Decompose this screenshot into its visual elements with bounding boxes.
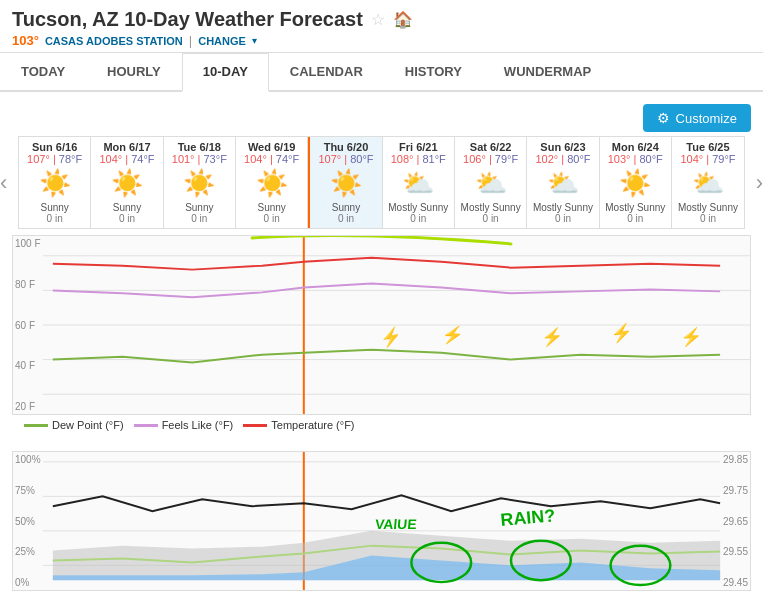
legend-item: Temperature (°F) (243, 419, 354, 431)
day-label: Sat 6/22 (457, 141, 524, 153)
change-link[interactable]: CHANGE (198, 35, 246, 47)
day-description: Mostly Sunny (385, 202, 452, 213)
day-precip: 0 in (529, 213, 596, 224)
day-precip: 0 in (602, 213, 669, 224)
svg-text:⚡: ⚡ (541, 326, 564, 348)
day-precip: 0 in (674, 213, 742, 224)
forecast-day[interactable]: Mon 6/17104° | 74°F☀️Sunny0 in (91, 137, 163, 228)
forecast-day[interactable]: Thu 6/20107° | 80°F☀️Sunny0 in (308, 137, 382, 228)
day-temps: 102° | 80°F (529, 153, 596, 165)
forecast-day[interactable]: Sun 6/23102° | 80°F⛅Mostly Sunny0 in (527, 137, 599, 228)
favorite-icon[interactable]: ☆ (371, 10, 385, 29)
station-link[interactable]: CASAS ADOBES STATION (45, 35, 183, 47)
svg-text:⚡: ⚡ (379, 324, 406, 350)
legend-item: Dew Point (°F) (24, 419, 124, 431)
day-label: Fri 6/21 (385, 141, 452, 153)
svg-text:⚡: ⚡ (441, 323, 466, 347)
day-temps: 104° | 79°F (674, 153, 742, 165)
climate-chart: 100% 75% 50% 25% 0% 29.85 29.75 29.65 29… (12, 451, 751, 591)
day-label: Tue 6/18 (166, 141, 233, 153)
chart2-y-axis-left: 100% 75% 50% 25% 0% (15, 452, 41, 590)
nav-tab-wundermap[interactable]: WUNDERMAP (483, 53, 612, 90)
day-description: Sunny (166, 202, 233, 213)
legend-label: Temperature (°F) (271, 419, 354, 431)
next-button[interactable]: › (756, 170, 763, 196)
temperature-chart-area: 100 F 80 F 60 F 40 F 20 F (0, 229, 763, 441)
temperature-chart-svg: ⚡ ⚡ ⚡ ⚡ ⚡ (13, 236, 750, 414)
chart1-y-axis: 100 F 80 F 60 F 40 F 20 F (15, 236, 41, 414)
legend-label: Feels Like (°F) (162, 419, 234, 431)
page-header: Tucson, AZ 10-Day Weather Forecast ☆ 🏠 1… (0, 0, 763, 53)
day-label: Tue 6/25 (674, 141, 742, 153)
day-temps: 107° | 80°F (312, 153, 379, 165)
nav-tab-calendar[interactable]: CALENDAR (269, 53, 384, 90)
climate-chart-area: 100% 75% 50% 25% 0% 29.85 29.75 29.65 29… (0, 441, 763, 593)
legend-color (134, 424, 158, 427)
svg-text:⚡: ⚡ (609, 321, 634, 345)
day-precip: 0 in (312, 213, 379, 224)
day-description: Sunny (238, 202, 305, 213)
weather-icon: ☀️ (602, 168, 669, 199)
weather-icon: ⛅ (674, 168, 742, 199)
gear-icon: ⚙ (657, 110, 670, 126)
svg-text:RAIN?: RAIN? (500, 505, 556, 530)
weather-icon: ☀️ (312, 168, 379, 199)
day-precip: 0 in (238, 213, 305, 224)
customize-button[interactable]: ⚙ Customize (643, 104, 751, 132)
chart2-y-axis-right: 29.85 29.75 29.65 29.55 29.45 (723, 452, 748, 590)
weather-icon: ⛅ (385, 168, 452, 199)
forecast-day[interactable]: Fri 6/21108° | 81°F⛅Mostly Sunny0 in (383, 137, 455, 228)
current-temp: 103° (12, 33, 39, 48)
day-precip: 0 in (166, 213, 233, 224)
forecast-day[interactable]: Sun 6/16107° | 78°F☀️Sunny0 in (19, 137, 91, 228)
temperature-chart: 100 F 80 F 60 F 40 F 20 F (12, 235, 751, 415)
day-temps: 103° | 80°F (602, 153, 669, 165)
forecast-grid: ‹ Sun 6/16107° | 78°F☀️Sunny0 inMon 6/17… (0, 136, 763, 229)
home-icon[interactable]: 🏠 (393, 10, 413, 29)
forecast-day[interactable]: Wed 6/19104° | 74°F☀️Sunny0 in (236, 137, 308, 228)
day-label: Wed 6/19 (238, 141, 305, 153)
legend-color (243, 424, 267, 427)
day-temps: 106° | 79°F (457, 153, 524, 165)
nav-tabs: TODAYHOURLY10-DAYCALENDARHISTORYWUNDERMA… (0, 53, 763, 92)
forecast-day[interactable]: Mon 6/24103° | 80°F☀️Mostly Sunny0 in (600, 137, 672, 228)
day-description: Sunny (312, 202, 379, 213)
prev-button[interactable]: ‹ (0, 170, 7, 196)
legend-label: Dew Point (°F) (52, 419, 124, 431)
day-precip: 0 in (457, 213, 524, 224)
weather-icon: ☀️ (166, 168, 233, 199)
chart1-legend: Dew Point (°F)Feels Like (°F)Temperature… (12, 415, 751, 435)
day-precip: 0 in (93, 213, 160, 224)
day-precip: 0 in (21, 213, 88, 224)
forecast-day[interactable]: Tue 6/25104° | 79°F⛅Mostly Sunny0 in (672, 137, 744, 228)
nav-tab-today[interactable]: TODAY (0, 53, 86, 90)
svg-text:VAlUE: VAlUE (374, 516, 417, 532)
day-temps: 108° | 81°F (385, 153, 452, 165)
legend-item: Feels Like (°F) (134, 419, 234, 431)
forecast-day[interactable]: Tue 6/18101° | 73°F☀️Sunny0 in (164, 137, 236, 228)
day-description: Mostly Sunny (602, 202, 669, 213)
day-description: Sunny (93, 202, 160, 213)
nav-tab-hourly[interactable]: HOURLY (86, 53, 182, 90)
page-title: Tucson, AZ 10-Day Weather Forecast (12, 8, 363, 31)
day-label: Thu 6/20 (312, 141, 379, 153)
day-label: Sun 6/23 (529, 141, 596, 153)
svg-text:⚡: ⚡ (680, 326, 703, 348)
forecast-scroll[interactable]: ‹ Sun 6/16107° | 78°F☀️Sunny0 inMon 6/17… (0, 136, 763, 229)
nav-tab-history[interactable]: HISTORY (384, 53, 483, 90)
weather-icon: ☀️ (93, 168, 160, 199)
day-description: Mostly Sunny (529, 202, 596, 213)
day-description: Mostly Sunny (457, 202, 524, 213)
day-label: Sun 6/16 (21, 141, 88, 153)
nav-tab-10day[interactable]: 10-DAY (182, 53, 269, 92)
forecast-day[interactable]: Sat 6/22106° | 79°F⛅Mostly Sunny0 in (455, 137, 527, 228)
forecast-days: Sun 6/16107° | 78°F☀️Sunny0 inMon 6/1710… (18, 136, 745, 229)
day-temps: 104° | 74°F (93, 153, 160, 165)
legend-color (24, 424, 48, 427)
day-temps: 107° | 78°F (21, 153, 88, 165)
customize-row: ⚙ Customize (0, 100, 763, 136)
separator: | (189, 33, 192, 48)
weather-icon: ☀️ (238, 168, 305, 199)
day-description: Mostly Sunny (674, 202, 742, 213)
climate-chart-svg: VAlUE RAIN? (13, 452, 750, 590)
